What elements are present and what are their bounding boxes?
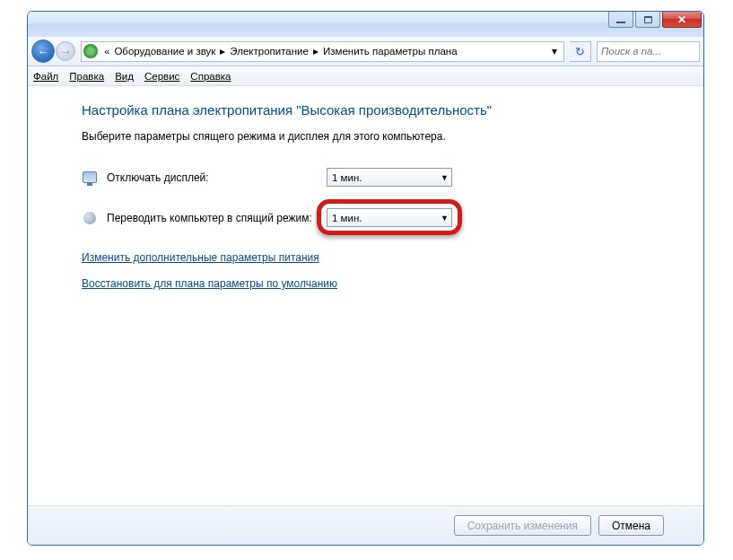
address-dropdown-icon[interactable]: ▾ (547, 45, 562, 57)
moon-icon (82, 210, 98, 226)
display-timeout-value: 1 мин. (332, 172, 441, 183)
setting-sleep: Переводить компьютер в спящий режим: 1 м… (82, 208, 664, 227)
chevron-down-icon: ▼ (441, 214, 449, 223)
menu-service[interactable]: Сервис (144, 71, 179, 82)
breadcrumb-power[interactable]: Электропитание (230, 46, 309, 57)
close-button[interactable] (662, 12, 702, 28)
breadcrumb-root-chevron: « (104, 46, 109, 57)
minimize-button[interactable] (608, 12, 633, 28)
setting-sleep-label: Переводить компьютер в спящий режим: (107, 212, 327, 224)
sleep-timeout-dropdown[interactable]: 1 мин. ▼ (327, 208, 452, 227)
refresh-button[interactable]: ↻ (570, 41, 591, 62)
menu-bar: Файл Правка Вид Сервис Справка (28, 66, 703, 86)
save-button[interactable]: Сохранить изменения (454, 515, 591, 536)
breadcrumb-edit-plan[interactable]: Изменить параметры плана (323, 46, 458, 57)
page-subtitle: Выберите параметры спящего режима и дисп… (82, 130, 664, 143)
display-timeout-dropdown[interactable]: 1 мин. ▼ (327, 168, 452, 187)
setting-display-off: Отключать дисплей: 1 мин. ▼ (82, 168, 664, 187)
links-section: Изменить дополнительные параметры питани… (82, 249, 664, 301)
search-box[interactable]: 🔍 (597, 41, 700, 62)
menu-help[interactable]: Справка (190, 71, 231, 82)
monitor-icon (82, 170, 98, 186)
footer-bar: Сохранить изменения Отмена (28, 505, 703, 545)
titlebar (28, 12, 703, 37)
window: ← → « Оборудование и звук ▸ Электропитан… (27, 11, 704, 546)
back-button[interactable]: ← (31, 39, 55, 63)
link-restore-defaults[interactable]: Восстановить для плана параметры по умол… (82, 277, 337, 290)
menu-edit[interactable]: Правка (69, 71, 104, 82)
control-panel-icon (83, 44, 98, 58)
sleep-timeout-value: 1 мин. (332, 213, 441, 223)
search-input[interactable] (601, 46, 704, 57)
navigation-bar: ← → « Оборудование и звук ▸ Электропитан… (28, 37, 703, 66)
maximize-button[interactable] (635, 12, 660, 28)
content-area: Настройка плана электропитания "Высокая … (28, 86, 703, 505)
menu-view[interactable]: Вид (115, 71, 134, 82)
menu-file[interactable]: Файл (33, 71, 58, 82)
chevron-down-icon: ▼ (441, 173, 449, 182)
link-advanced-settings[interactable]: Изменить дополнительные параметры питани… (82, 251, 319, 264)
breadcrumb-hardware[interactable]: Оборудование и звук (114, 46, 215, 57)
chevron-right-icon: ▸ (220, 45, 225, 57)
address-bar[interactable]: « Оборудование и звук ▸ Электропитание ▸… (81, 41, 564, 62)
forward-button[interactable]: → (56, 41, 75, 61)
page-title: Настройка плана электропитания "Высокая … (82, 102, 664, 118)
setting-display-label: Отключать дисплей: (107, 171, 327, 184)
cancel-button[interactable]: Отмена (598, 515, 664, 536)
chevron-right-icon: ▸ (313, 45, 319, 57)
